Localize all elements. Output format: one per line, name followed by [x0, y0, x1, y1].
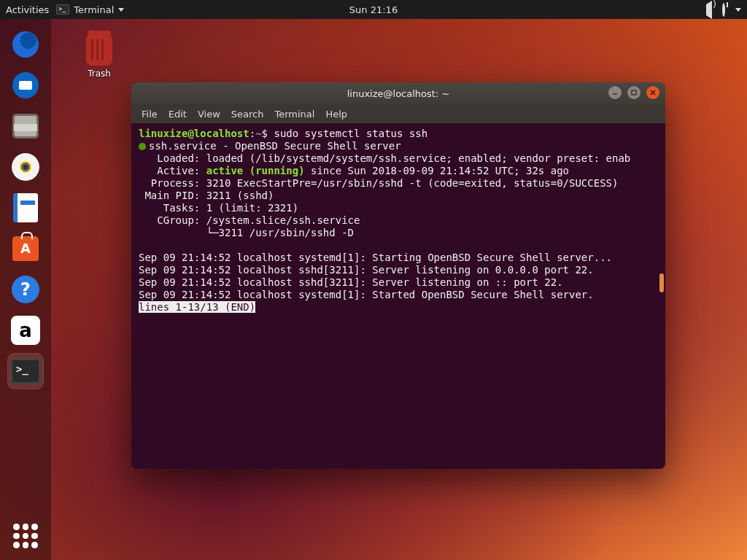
show-applications-button[interactable] [13, 524, 38, 548]
log-line: Sep 09 21:14:52 localhost systemd[1]: St… [139, 289, 594, 300]
launcher-thunderbird[interactable] [7, 67, 44, 104]
log-line: Sep 09 21:14:52 localhost sshd[3211]: Se… [139, 264, 594, 276]
rhythmbox-icon [12, 153, 39, 181]
svg-rect-1 [632, 90, 636, 95]
prompt-path: ~ [255, 128, 261, 139]
log-line: Sep 09 21:14:52 localhost systemd[1]: St… [139, 252, 612, 263]
window-title: linuxize@localhost: ~ [347, 88, 450, 99]
firefox-icon [12, 31, 39, 58]
minimize-button[interactable] [608, 86, 622, 99]
tasks-line: Tasks: 1 (limit: 2321) [139, 202, 298, 214]
menu-file[interactable]: File [142, 109, 158, 120]
clock[interactable]: Sun 21:16 [349, 4, 398, 15]
terminal-window: linuxize@localhost: ~ File Edit View Sea… [131, 82, 665, 469]
mainpid-line: Main PID: 3211 (sshd) [139, 190, 274, 201]
trash-icon [86, 35, 112, 66]
maximize-button[interactable] [627, 86, 640, 99]
scrollbar-thumb[interactable] [659, 273, 664, 292]
active-app-menu[interactable]: Terminal [56, 4, 124, 15]
active-app-label: Terminal [74, 4, 114, 15]
thunderbird-icon [12, 72, 39, 98]
cgroup-child-line: └─3211 /usr/sbin/sshd -D [139, 227, 354, 238]
power-icon[interactable] [722, 4, 725, 15]
menu-search[interactable]: Search [231, 109, 264, 120]
chevron-down-icon[interactable] [735, 8, 741, 12]
top-panel: Activities Terminal Sun 21:16 [0, 0, 747, 19]
writer-icon [13, 193, 38, 222]
desktop-trash[interactable]: Trash [76, 35, 123, 79]
terminal-content[interactable]: linuxize@localhost:~$ sudo systemctl sta… [131, 123, 665, 469]
launcher-firefox[interactable] [7, 26, 44, 63]
sound-icon[interactable] [706, 4, 712, 15]
unit-line: ssh.service - OpenBSD Secure Shell serve… [149, 140, 401, 152]
software-icon [12, 236, 39, 261]
command-text: sudo systemctl status ssh [274, 128, 427, 139]
terminal-icon [11, 359, 40, 384]
prompt-user: linuxize@localhost [139, 128, 249, 139]
terminal-menubar: File Edit View Search Terminal Help [131, 104, 665, 123]
launcher-files[interactable] [7, 108, 44, 144]
pager-status: lines 1-13/13 (END) [139, 301, 255, 313]
terminal-icon [56, 4, 69, 15]
status-dot-icon [139, 143, 146, 150]
active-status: active (running) [206, 165, 305, 176]
launcher-terminal[interactable] [7, 353, 44, 389]
window-titlebar[interactable]: linuxize@localhost: ~ [131, 82, 665, 104]
files-icon [12, 114, 39, 139]
close-button[interactable] [646, 86, 659, 99]
menu-help[interactable]: Help [325, 109, 347, 120]
amazon-icon: a [11, 316, 40, 345]
activities-button[interactable]: Activities [6, 4, 49, 15]
menu-terminal[interactable]: Terminal [274, 109, 314, 120]
launcher-writer[interactable] [7, 190, 44, 226]
launcher-software[interactable] [7, 230, 44, 267]
process-line: Process: 3210 ExecStartPre=/usr/sbin/ssh… [139, 177, 618, 189]
menu-edit[interactable]: Edit [169, 109, 187, 120]
launcher-amazon[interactable]: a [7, 312, 44, 349]
launcher-rhythmbox[interactable] [7, 149, 44, 185]
chevron-down-icon [118, 8, 124, 12]
launcher-dock: ? a [0, 19, 51, 560]
loaded-line: Loaded: loaded (/lib/systemd/system/ssh.… [139, 152, 630, 164]
log-line: Sep 09 21:14:52 localhost sshd[3211]: Se… [139, 276, 563, 288]
trash-label: Trash [76, 69, 123, 79]
menu-view[interactable]: View [198, 109, 220, 120]
help-icon: ? [12, 276, 39, 303]
cgroup-line: CGroup: /system.slice/ssh.service [139, 214, 360, 226]
launcher-help[interactable]: ? [7, 271, 44, 308]
